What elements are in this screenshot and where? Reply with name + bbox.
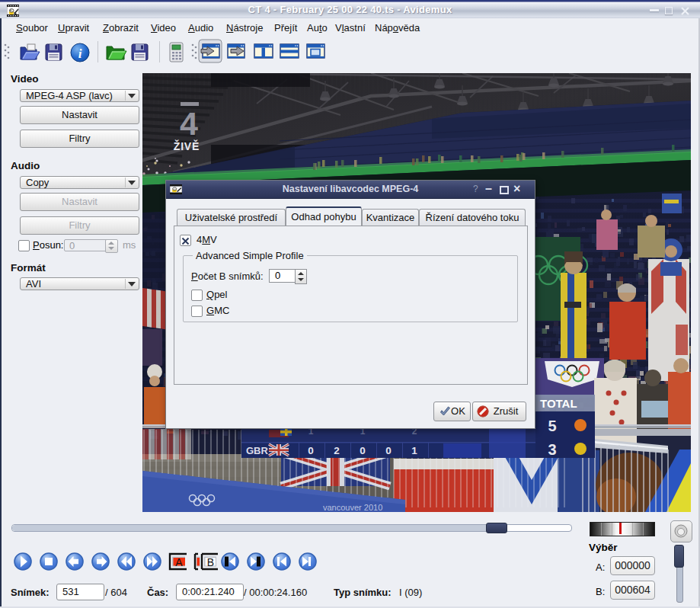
svg-text:A: A xyxy=(175,556,183,568)
svg-text:TOTAL: TOTAL xyxy=(540,397,577,410)
svg-text:4: 4 xyxy=(180,105,198,142)
svg-text:0: 0 xyxy=(360,445,366,456)
svg-text:3: 3 xyxy=(548,441,556,458)
svg-text:i: i xyxy=(78,46,82,61)
svg-text:vancouver 2010: vancouver 2010 xyxy=(323,503,382,512)
svg-text:5: 5 xyxy=(548,418,556,434)
svg-text:ŽIVĚ: ŽIVĚ xyxy=(174,139,200,152)
svg-text:1: 1 xyxy=(411,445,417,456)
svg-text:GBR: GBR xyxy=(246,445,269,456)
svg-text:2: 2 xyxy=(334,445,340,456)
svg-text:B: B xyxy=(207,556,214,568)
svg-text:0: 0 xyxy=(308,445,314,456)
svg-text:0: 0 xyxy=(385,445,392,456)
